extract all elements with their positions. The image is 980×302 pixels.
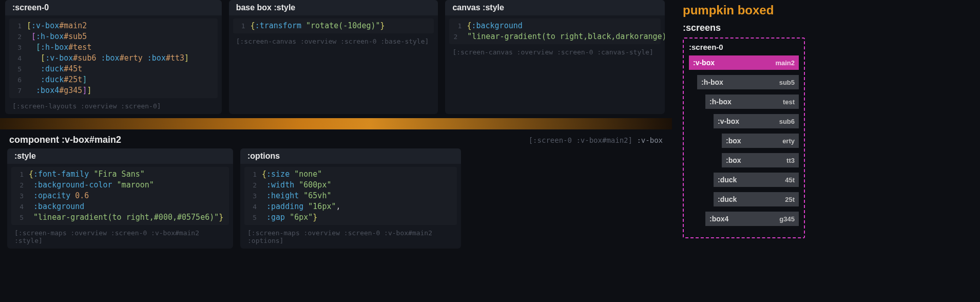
- tree-item-id: sub6: [779, 118, 795, 125]
- line-number: 1: [237, 21, 251, 31]
- code-content[interactable]: :opacity 0.6: [29, 191, 89, 201]
- line-number: 7: [13, 86, 27, 96]
- code-content[interactable]: "linear-gradient(to right,black,darkoran…: [463, 31, 665, 42]
- code-line[interactable]: 1{:font-family "Fira Sans": [11, 169, 229, 180]
- code-content[interactable]: :gap "6px"}: [262, 212, 317, 222]
- component-title: component :v-box#main2: [9, 135, 121, 145]
- code-line[interactable]: 6 :duck#25t]: [9, 74, 218, 85]
- panel-title: :options: [240, 148, 461, 164]
- tree-item-main2[interactable]: :v-boxmain2: [689, 55, 799, 70]
- component-path: [:screen-0 :v-box#main2] :v-box: [529, 136, 663, 144]
- tree-item-id: test: [783, 98, 795, 106]
- panel-footer: [:screen-maps :overview :screen-0 :v-box…: [240, 228, 461, 249]
- line-number: 5: [13, 64, 27, 74]
- code-line[interactable]: 4 :padding "16px",: [244, 201, 457, 212]
- tree-item-erty[interactable]: :boxerty: [722, 134, 799, 148]
- line-number: 1: [15, 169, 29, 180]
- gradient-divider: [0, 118, 672, 129]
- line-number: 1: [248, 169, 262, 180]
- code-line[interactable]: 3 :opacity 0.6: [11, 191, 229, 201]
- code-content[interactable]: {:font-family "Fira Sans": [29, 169, 145, 179]
- code-line[interactable]: 2 [:h-box#sub5: [9, 31, 218, 42]
- code-content[interactable]: :width "600px": [262, 180, 331, 190]
- tree-item-test[interactable]: :h-boxtest: [705, 95, 799, 109]
- code-content[interactable]: {:transform "rotate(-10deg)"}: [251, 21, 385, 31]
- tree-item-label: :duck: [718, 195, 737, 203]
- panel-footer: [:screen-layouts :overview :screen-0]: [5, 101, 222, 114]
- code-content[interactable]: :background-color "maroon": [29, 180, 154, 190]
- code-line[interactable]: 5 :duck#45t: [9, 64, 218, 74]
- tree-item-id: tt3: [786, 157, 795, 164]
- code-line[interactable]: 3 [:h-box#test: [9, 42, 218, 53]
- panel-title: base box :style: [229, 0, 438, 15]
- tree-item-g345[interactable]: :box4g345: [705, 212, 799, 226]
- tree-item-25t[interactable]: :duck25t: [714, 192, 799, 206]
- code-content[interactable]: {:background: [467, 21, 522, 31]
- panel-footer: [:screen-canvas :overview :screen-0 :bas…: [229, 36, 438, 49]
- line-number: 3: [248, 191, 262, 201]
- code-line[interactable]: 5 :gap "6px"}: [244, 212, 457, 223]
- code-content[interactable]: :duck#25t]: [27, 74, 87, 85]
- tree-item-45t[interactable]: :duck45t: [714, 173, 799, 187]
- line-number: 1: [453, 21, 467, 31]
- code-line[interactable]: 2 :width "600px": [244, 180, 457, 191]
- code-line[interactable]: 1[:v-box#main2: [9, 21, 218, 31]
- tree-title: :screen-0: [689, 43, 799, 55]
- code-content[interactable]: :background: [29, 201, 84, 212]
- tree-item-label: :duck: [718, 176, 737, 184]
- code-editor-screen-0[interactable]: 1[:v-box#main22 [:h-box#sub53 [:h-box#te…: [9, 18, 218, 98]
- sidebar-section-title: :screens: [683, 21, 805, 37]
- sidebar: pumpkin boxed :screens :screen-0 :v-boxm…: [678, 0, 810, 302]
- panel-canvas-style: canvas :style 1{:background2 "linear-gra…: [445, 0, 665, 114]
- tree-item-tt3[interactable]: :boxtt3: [722, 153, 799, 167]
- tree-item-label: :box4: [709, 215, 728, 223]
- code-line[interactable]: 4 [:v-box#sub6 :box#erty :box#tt3]: [9, 53, 218, 64]
- code-line[interactable]: 2 :background-color "maroon": [11, 180, 229, 191]
- code-editor-style[interactable]: 1{:font-family "Fira Sans"2 :background-…: [11, 167, 229, 225]
- code-line[interactable]: 1{:background: [449, 21, 661, 31]
- tree-item-sub6[interactable]: :v-boxsub6: [714, 114, 799, 128]
- screen-tree: :screen-0 :v-boxmain2:h-boxsub5:h-boxtes…: [683, 37, 805, 238]
- code-content[interactable]: [:h-box#sub5: [27, 31, 87, 42]
- code-content[interactable]: "linear-gradient(to right,#000,#0575e6)"…: [29, 212, 223, 222]
- panel-footer: [:screen-canvas :overview :screen-0 :can…: [445, 47, 665, 60]
- panel-options: :options 1{:size "none"2 :width "600px"3…: [240, 148, 461, 249]
- code-line[interactable]: 3 :height "65vh": [244, 191, 457, 201]
- code-content[interactable]: :padding "16px",: [262, 201, 341, 212]
- code-line[interactable]: 1{:transform "rotate(-10deg)"}: [233, 21, 434, 31]
- tree-item-label: :v-box: [718, 117, 739, 125]
- code-line[interactable]: 5 "linear-gradient(to right,#000,#0575e6…: [11, 212, 229, 223]
- line-number: 5: [248, 213, 262, 223]
- code-content[interactable]: [:v-box#main2: [27, 21, 87, 31]
- code-content[interactable]: :height "65vh": [262, 191, 331, 201]
- code-line[interactable]: 4 :background: [11, 201, 229, 212]
- tree-item-id: main2: [775, 59, 795, 67]
- panel-screen-0: :screen-0 1[:v-box#main22 [:h-box#sub53 …: [5, 0, 222, 114]
- code-content[interactable]: :duck#45t: [27, 64, 82, 74]
- code-line[interactable]: 2 "linear-gradient(to right,black,darkor…: [449, 31, 661, 42]
- panel-style: :style 1{:font-family "Fira Sans"2 :back…: [7, 148, 233, 249]
- tree-item-sub5[interactable]: :h-boxsub5: [697, 75, 799, 89]
- panel-base-box-style: base box :style 1{:transform "rotate(-10…: [229, 0, 438, 114]
- tree-item-id: erty: [782, 137, 795, 145]
- tree-item-label: :box: [726, 156, 741, 164]
- tree-item-id: 25t: [785, 196, 795, 203]
- tree-item-label: :h-box: [701, 78, 723, 86]
- code-content[interactable]: {:size "none": [262, 169, 322, 179]
- code-content[interactable]: [:v-box#sub6 :box#erty :box#tt3]: [27, 53, 189, 63]
- code-line[interactable]: 1{:size "none": [244, 169, 457, 180]
- line-number: 4: [15, 202, 29, 212]
- code-editor-canvas[interactable]: 1{:background2 "linear-gradient(to right…: [449, 18, 661, 44]
- code-editor-options[interactable]: 1{:size "none"2 :width "600px"3 :height …: [244, 167, 457, 225]
- line-number: 2: [453, 32, 463, 42]
- tree-item-label: :h-box: [709, 98, 732, 106]
- panel-title: :style: [7, 148, 233, 164]
- line-number: 6: [13, 75, 27, 85]
- code-editor-basebox[interactable]: 1{:transform "rotate(-10deg)"}: [233, 18, 434, 33]
- code-content[interactable]: :box4#g345]]: [27, 85, 91, 96]
- code-content[interactable]: [:h-box#test: [27, 42, 91, 52]
- line-number: 2: [15, 180, 29, 191]
- line-number: 4: [248, 202, 262, 212]
- tree-item-label: :box: [726, 137, 741, 145]
- code-line[interactable]: 7 :box4#g345]]: [9, 85, 218, 96]
